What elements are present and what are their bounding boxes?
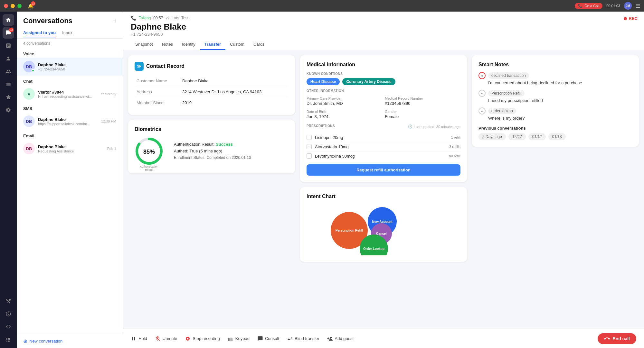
convo-name-email: Daphne Blake <box>38 144 104 149</box>
sidebar-collapse-btn[interactable]: ⊣ <box>112 18 116 23</box>
stop-recording-btn[interactable]: Stop recording <box>185 336 220 342</box>
bio-authed: Authed: True (5 mins ago) <box>174 149 289 153</box>
presc-name-3: Levothyroxina 50mcg <box>315 154 446 159</box>
tab-assigned-to-you[interactable]: Assigned to you <box>23 28 56 38</box>
hold-btn[interactable]: Hold <box>131 336 147 342</box>
biometrics-card: Biometrics 85% AuthenticationResult <box>128 120 295 173</box>
sn-text-1: I'm concerned about being declined for a… <box>478 80 632 85</box>
med-record-label: Medical Record Number <box>385 96 423 100</box>
voice-convo-daphne[interactable]: DB Daphne Blake +1 724-234-9650 <box>17 58 123 76</box>
traffic-light-minimize[interactable] <box>11 4 15 8</box>
rail-icon-home[interactable] <box>3 14 14 26</box>
convo-sub-email: Requesting Assistance <box>38 149 104 153</box>
rail-icon-integrations[interactable] <box>3 295 14 307</box>
presc-check-2[interactable] <box>307 144 312 149</box>
call-status-row: 📞 Talking 00:57 via Lars_Test <box>131 15 636 21</box>
consult-btn[interactable]: Consult <box>257 336 279 342</box>
notification-bell[interactable]: 🔔 23 <box>28 3 33 8</box>
email-convo-daphne[interactable]: DB Daphne Blake Requesting Assistance Fe… <box>17 140 123 158</box>
tab-notes[interactable]: Notes <box>157 39 177 50</box>
contact-record-card: SF Contact Record Customer Name Daphne B… <box>128 55 295 115</box>
contact-tabs: Snapshot Notes Identity Transfer Custom … <box>131 39 636 50</box>
bio-info: Authentication Result: Success Authed: T… <box>174 142 289 162</box>
sn-icon-1: ○ <box>478 72 486 79</box>
left-rail: 23 <box>0 12 17 348</box>
cr-label-name: Customer Name <box>135 76 180 86</box>
end-call-btn[interactable]: End call <box>598 333 636 344</box>
cards-area: SF Contact Record Customer Name Daphne B… <box>123 50 644 329</box>
user-avatar[interactable]: JM <box>624 2 632 10</box>
notification-badge: 23 <box>31 1 35 6</box>
main-content: 📞 Talking 00:57 via Lars_Test Daphne Bla… <box>123 12 644 348</box>
contact-phone: +1 724-234-9650 <box>131 32 636 37</box>
end-call-icon <box>604 336 610 342</box>
status-dot <box>32 69 34 72</box>
tab-identity[interactable]: Identity <box>177 39 200 50</box>
on-call-label: On a Call <box>584 4 599 8</box>
keypad-btn[interactable]: Keypad <box>228 336 250 342</box>
presc-row-3: Levothyroxina 50mcg no refill <box>307 151 460 160</box>
rail-icon-contacts[interactable] <box>3 53 14 64</box>
tab-inbox[interactable]: Inbox <box>62 28 72 38</box>
tab-transfer[interactable]: Transfer <box>200 39 225 50</box>
sn-text-3: Where is my order? <box>478 116 632 121</box>
sidebar-title: Conversations <box>23 17 72 25</box>
table-row: Customer Name Daphne Blake <box>135 76 288 86</box>
prev-tag-0113[interactable]: 01/13 <box>548 133 566 140</box>
sn-tag-row-2: ○ Perscription Refill <box>478 90 632 97</box>
cr-value-name: Daphne Blake <box>181 76 288 86</box>
med-info-grid: Primary Care Provider Dr. John Smith, MD… <box>307 95 460 119</box>
unmute-btn[interactable]: Unmute <box>155 336 177 342</box>
presc-check-1[interactable] <box>307 135 312 140</box>
prev-tag-1227[interactable]: 12/27 <box>508 133 526 140</box>
sidebar-header: Conversations ⊣ <box>17 12 123 28</box>
gender-field: Gender Female <box>385 108 460 119</box>
bio-enrollment: Enrollment Status: Completed on 2020.01.… <box>174 155 289 160</box>
add-guest-icon <box>327 336 333 342</box>
blind-transfer-btn[interactable]: Blind transfer <box>287 336 319 342</box>
traffic-light-maximize[interactable] <box>17 4 22 8</box>
gender-label: Gender <box>385 110 397 114</box>
rail-icon-code[interactable] <box>3 321 14 333</box>
rail-icon-team[interactable] <box>3 66 14 77</box>
add-guest-btn[interactable]: Add guest <box>327 336 354 342</box>
intent-chart-visual: New Account Perscription Refill Cancel O… <box>307 204 460 255</box>
rail-icon-help[interactable] <box>3 308 14 320</box>
rail-icon-conversations[interactable]: 23 <box>3 27 14 39</box>
plus-icon: ⊕ <box>23 338 27 344</box>
call-icon: 📞 <box>578 4 582 8</box>
tab-snapshot[interactable]: Snapshot <box>131 39 157 50</box>
tab-custom[interactable]: Custom <box>225 39 249 50</box>
convo-time-email: Feb 1 <box>107 147 116 151</box>
rail-icon-reports[interactable] <box>3 78 14 90</box>
known-conditions-label: KNOWN CONDITIONS <box>307 72 460 76</box>
prev-tag-2days[interactable]: 2 Days ago <box>478 133 506 140</box>
refill-authorization-btn[interactable]: Request refill authorization <box>307 164 460 176</box>
presc-refill-3: no refill <box>449 154 460 158</box>
menu-icon[interactable]: ☰ <box>636 3 640 9</box>
section-chat: Chat <box>17 76 123 85</box>
chat-convo-visitor[interactable]: V Visitor #3044 Hi I am requesting assis… <box>17 85 123 103</box>
traffic-light-close[interactable] <box>4 4 8 8</box>
rail-icon-quality[interactable] <box>3 91 14 103</box>
pause-icon <box>131 336 137 342</box>
sms-convo-daphne[interactable]: DB Daphne Blake https://support.talkdesk… <box>17 112 123 130</box>
rail-icon-grid[interactable] <box>3 334 14 345</box>
primary-care-field: Primary Care Provider Dr. John Smith, MD <box>307 95 382 106</box>
condition-heart: Heart Disease <box>307 78 340 85</box>
intent-chart-title: Intent Chart <box>307 194 460 199</box>
convo-name-visitor: Visitor #3044 <box>38 90 97 95</box>
avatar-daphne-email: DB <box>23 143 35 154</box>
tab-cards[interactable]: Cards <box>249 39 269 50</box>
sn-tag-row-1: ○ declined transaction <box>478 72 632 79</box>
rail-icon-settings[interactable] <box>3 104 14 116</box>
cr-label-member: Member Since <box>135 98 180 108</box>
presc-check-3[interactable] <box>307 153 312 159</box>
convo-info-visitor: Visitor #3044 Hi I am requesting assista… <box>38 90 97 98</box>
rail-icon-analytics[interactable] <box>3 40 14 51</box>
prev-tag-0112[interactable]: 01/12 <box>528 133 546 140</box>
call-timer: 00:01:03 <box>606 4 620 8</box>
new-conversation-btn[interactable]: ⊕ New conversation <box>17 334 123 348</box>
gender-value: Female <box>385 114 460 119</box>
conversations-badge: 23 <box>9 28 14 32</box>
